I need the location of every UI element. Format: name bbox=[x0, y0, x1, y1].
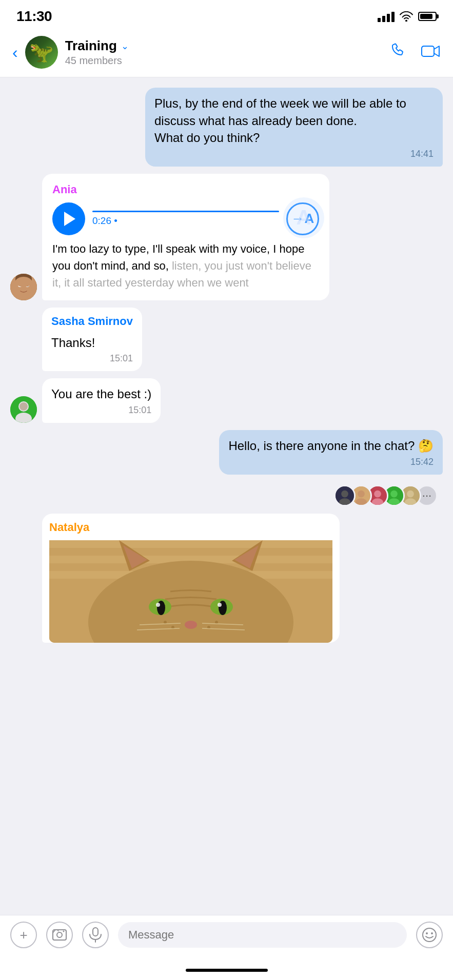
svg-rect-55 bbox=[93, 928, 98, 936]
outgoing-message-bubble: Hello, is there anyone in the chat? 🤔 15… bbox=[219, 430, 443, 475]
svg-point-58 bbox=[426, 932, 428, 934]
message-row: Ania 0:26 • →A A I'm too lazy to type, I… bbox=[10, 174, 443, 300]
svg-point-43 bbox=[185, 621, 197, 629]
svg-point-41 bbox=[156, 603, 160, 607]
message-text: You are the best :) bbox=[51, 385, 151, 403]
chevron-down-icon[interactable]: ⌄ bbox=[121, 40, 129, 52]
photo-button[interactable] bbox=[46, 922, 73, 948]
home-bar bbox=[186, 969, 268, 972]
svg-point-15 bbox=[339, 498, 350, 506]
status-icons bbox=[378, 11, 437, 22]
message-time: 15:01 bbox=[51, 353, 133, 364]
message-text: Plus, by the end of the week we will be … bbox=[154, 95, 434, 147]
back-button[interactable]: ‹ bbox=[12, 44, 18, 60]
message-row: Plus, by the end of the week we will be … bbox=[10, 88, 443, 167]
svg-point-44 bbox=[164, 621, 167, 624]
translate-button[interactable]: →A bbox=[286, 202, 319, 235]
group-info: Training ⌄ 45 members bbox=[65, 38, 389, 67]
svg-point-17 bbox=[358, 490, 365, 497]
svg-point-46 bbox=[215, 621, 218, 624]
sender-name: Sasha Smirnov bbox=[51, 315, 133, 328]
svg-point-20 bbox=[374, 490, 381, 497]
call-button[interactable] bbox=[389, 42, 407, 63]
status-bar: 11:30 bbox=[0, 0, 453, 31]
reactions-row: ··· bbox=[10, 485, 443, 506]
sender-name: Ania bbox=[52, 183, 319, 196]
voice-message-bubble: Ania 0:26 • →A A I'm too lazy to type, I… bbox=[42, 174, 329, 300]
outgoing-message-bubble: Plus, by the end of the week we will be … bbox=[145, 88, 443, 167]
svg-point-57 bbox=[423, 928, 436, 942]
nav-header: ‹ 🦖 Training ⌄ 45 members bbox=[0, 31, 453, 77]
battery-icon bbox=[418, 12, 437, 21]
svg-point-27 bbox=[405, 498, 416, 506]
status-time: 11:30 bbox=[16, 8, 52, 25]
incoming-message-bubble: Sasha Smirnov Thanks! 15:01 bbox=[42, 308, 142, 372]
group-members-count: 45 members bbox=[65, 55, 389, 67]
voice-duration: 0:26 • bbox=[92, 215, 279, 227]
voice-progress-bar[interactable] bbox=[92, 211, 279, 212]
svg-point-54 bbox=[63, 931, 65, 932]
message-text: Thanks! bbox=[51, 334, 133, 352]
signal-icon bbox=[378, 11, 395, 22]
voice-player-row: 0:26 • →A A bbox=[52, 202, 319, 235]
voice-progress: 0:26 • bbox=[92, 211, 279, 227]
message-text: Hello, is there anyone in the chat? 🤔 bbox=[228, 437, 434, 455]
group-avatar[interactable]: 🦖 bbox=[25, 36, 58, 69]
svg-point-24 bbox=[388, 498, 400, 506]
svg-point-8 bbox=[15, 277, 32, 287]
natalya-message-bubble: Natalya bbox=[42, 514, 340, 643]
message-time: 15:42 bbox=[228, 457, 434, 467]
svg-point-18 bbox=[356, 498, 367, 506]
emoji-button[interactable] bbox=[416, 922, 443, 948]
home-indicator bbox=[0, 964, 453, 980]
video-call-button[interactable] bbox=[421, 43, 441, 63]
voice-transcript: I'm too lazy to type, I'll speak with my… bbox=[52, 240, 319, 291]
svg-point-26 bbox=[407, 490, 414, 497]
message-row: You are the best :) 15:01 bbox=[10, 378, 443, 423]
message-time: 15:01 bbox=[51, 405, 151, 416]
incoming-message-bubble: You are the best :) 15:01 bbox=[42, 378, 161, 423]
message-input[interactable] bbox=[118, 922, 407, 948]
svg-point-14 bbox=[341, 490, 348, 497]
svg-point-59 bbox=[431, 932, 433, 934]
reaction-avatar bbox=[334, 485, 356, 506]
sender-name: Natalya bbox=[49, 521, 332, 534]
svg-point-53 bbox=[57, 932, 62, 937]
add-button[interactable]: + bbox=[10, 922, 37, 948]
message-row: Natalya bbox=[10, 514, 443, 643]
sasha-avatar bbox=[10, 396, 37, 423]
sasha-message-group: Sasha Smirnov Thanks! 15:01 bbox=[42, 308, 142, 372]
group-name[interactable]: Training bbox=[65, 38, 117, 54]
input-bar: + bbox=[0, 915, 453, 964]
message-time: 14:41 bbox=[154, 149, 434, 159]
svg-rect-29 bbox=[49, 540, 332, 548]
svg-point-23 bbox=[390, 490, 398, 497]
ania-avatar bbox=[10, 274, 37, 300]
svg-point-21 bbox=[372, 498, 383, 506]
nav-actions bbox=[389, 42, 441, 63]
chat-area: Plus, by the end of the week we will be … bbox=[0, 77, 453, 915]
svg-rect-0 bbox=[422, 46, 434, 56]
play-button[interactable] bbox=[52, 202, 85, 235]
message-row: Hello, is there anyone in the chat? 🤔 15… bbox=[10, 430, 443, 475]
cat-image bbox=[49, 540, 332, 643]
svg-point-42 bbox=[218, 603, 222, 607]
wifi-icon bbox=[400, 11, 413, 22]
mic-button[interactable] bbox=[82, 922, 109, 948]
message-row: Sasha Smirnov Thanks! 15:01 bbox=[10, 308, 443, 372]
svg-point-12 bbox=[19, 402, 28, 411]
